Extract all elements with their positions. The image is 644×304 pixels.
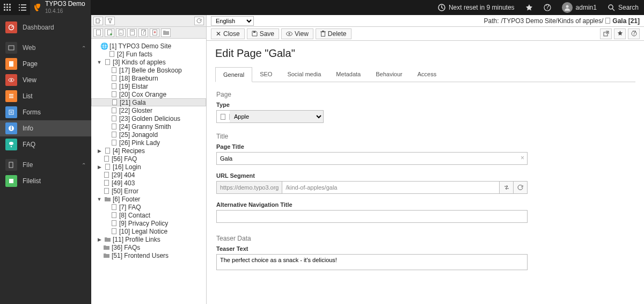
star-icon (617, 31, 623, 37)
tab-social[interactable]: Social media (280, 67, 328, 82)
tree-node[interactable]: [7] FAQ (91, 203, 206, 211)
tree-node[interactable]: [22] Gloster (91, 106, 206, 114)
section-page: Page (216, 91, 634, 98)
expand-icon[interactable]: ▶ (97, 164, 102, 170)
context-help-button[interactable]: ? (628, 28, 640, 39)
url-toggle-button[interactable] (500, 181, 514, 194)
tree-node[interactable]: [9] Privacy Policy (91, 219, 206, 227)
module-view[interactable]: View (0, 72, 91, 88)
tree-node[interactable]: [24] Granny Smith (91, 122, 206, 131)
module-info[interactable]: i Info (0, 120, 91, 136)
web-icon (5, 42, 17, 54)
page-icon (110, 131, 118, 139)
module-forms[interactable]: Forms (0, 104, 91, 120)
tree-node[interactable]: ▼[3] Kinds of apples (91, 58, 206, 66)
tree-node[interactable]: [25] Jonagold (91, 131, 206, 139)
tree-node[interactable]: [19] Elstar (91, 82, 206, 90)
bookmark-button[interactable] (520, 0, 538, 15)
help-button[interactable]: ? (538, 0, 557, 15)
svg-text:+: + (100, 18, 101, 24)
close-button[interactable]: ✕Close (211, 28, 245, 39)
svg-rect-10 (21, 4, 26, 5)
tree-node[interactable]: [51] Frontend Users (91, 251, 206, 259)
collapse-icon[interactable]: ▼ (97, 197, 102, 202)
pagetype-icon[interactable] (105, 28, 114, 37)
module-faq[interactable]: FAQ (0, 136, 91, 153)
pagetype-icon[interactable] (93, 28, 103, 37)
tree-node[interactable]: [49] 403 (91, 179, 206, 187)
view-button[interactable]: View (281, 28, 313, 39)
pagetype-icon[interactable] (127, 28, 137, 37)
url-segment-input[interactable] (282, 181, 500, 194)
tree-node[interactable]: [20] Cox Orange (91, 90, 206, 98)
page-icon (110, 75, 118, 82)
svg-rect-7 (6, 9, 8, 11)
svg-rect-44 (119, 30, 123, 35)
expand-icon[interactable]: ▶ (97, 237, 102, 242)
module-filelist[interactable]: Filelist (0, 173, 91, 189)
search-button[interactable]: Search (602, 0, 644, 15)
module-dashboard[interactable]: Dashboard (0, 19, 91, 35)
reset-timer[interactable]: Next reset in 9 minutes (433, 0, 520, 15)
pagetitle-input[interactable] (216, 152, 528, 165)
url-recalc-button[interactable] (514, 181, 528, 194)
tabs: General SEO Social media Metadata Behavi… (215, 67, 635, 82)
tree-node[interactable]: [29] 404 (91, 171, 206, 179)
tree-node[interactable]: ▶[16] Login (91, 163, 206, 171)
svg-rect-30 (9, 110, 13, 114)
tree-node[interactable]: [56] FAQ (91, 155, 206, 163)
app-grid-icon[interactable] (0, 0, 15, 15)
tree-node[interactable]: [2] Fun facts (91, 50, 206, 58)
logo-box[interactable]: TYPO3 Demo 10.4.16 (30, 0, 91, 15)
tree-node[interactable]: 🌐[1] TYPO3 Demo Site (91, 42, 206, 50)
tree-node[interactable]: ▶[11] Profile Links (91, 235, 206, 243)
pagetype-icon[interactable] (150, 28, 159, 37)
tab-behaviour[interactable]: Behaviour (368, 67, 410, 82)
user-menu[interactable]: admin1 (557, 0, 602, 15)
open-external-button[interactable] (600, 28, 612, 39)
delete-button[interactable]: Delete (316, 28, 352, 39)
svg-rect-13 (19, 10, 20, 11)
module-page[interactable]: Page (0, 56, 91, 72)
tree-node[interactable]: [26] Pink Lady (91, 139, 206, 147)
module-list[interactable]: List (0, 88, 91, 104)
tab-access[interactable]: Access (410, 67, 444, 82)
save-button[interactable]: Save (247, 28, 279, 39)
dashboard-icon (5, 21, 17, 33)
tree-node[interactable]: [50] Error (91, 187, 206, 195)
forms-icon (5, 106, 17, 118)
pagetype-icon[interactable]: ? (138, 28, 148, 37)
expand-icon[interactable]: ▶ (97, 148, 102, 154)
tree-node-selected[interactable]: [21] Gala (91, 98, 206, 106)
page-icon (110, 139, 118, 147)
pagetype-icon[interactable] (116, 28, 126, 37)
tab-metadata[interactable]: Metadata (328, 67, 368, 82)
tree-refresh-icon[interactable] (194, 17, 204, 25)
module-file[interactable]: File ⌃ (0, 157, 91, 173)
tree-node[interactable]: [36] FAQs (91, 243, 206, 251)
tree-node[interactable]: [17] Belle de Boskoop (91, 66, 206, 74)
tree-node[interactable]: [18] Braeburn (91, 74, 206, 82)
svg-rect-11 (19, 7, 20, 8)
pagetype-folder-icon[interactable] (161, 28, 171, 37)
svg-rect-77 (321, 32, 325, 37)
tree-node[interactable]: [8] Contact (91, 211, 206, 219)
bookmark-page-button[interactable] (614, 28, 626, 39)
tree-node[interactable]: ▶[4] Recipes (91, 147, 206, 155)
language-select[interactable]: English (211, 16, 254, 26)
altnav-input[interactable] (216, 210, 528, 223)
list-icon[interactable] (15, 0, 30, 15)
collapse-icon[interactable]: ▼ (97, 60, 102, 65)
tree-node[interactable]: ▼[6] Footer (91, 195, 206, 203)
tree-node[interactable]: [23] Golden Delicious (91, 114, 206, 122)
module-web[interactable]: Web ⌃ (0, 40, 91, 56)
type-select[interactable]: Apple (230, 111, 323, 122)
tab-general[interactable]: General (215, 67, 252, 82)
tree-new-icon[interactable]: + (93, 17, 103, 25)
clear-icon[interactable]: × (521, 154, 524, 162)
tree-node[interactable]: [10] Legal Notice (91, 227, 206, 235)
tree-filter-icon[interactable] (105, 17, 115, 25)
svg-rect-37 (9, 162, 13, 168)
tab-seo[interactable]: SEO (252, 67, 280, 82)
teaser-textarea[interactable]: The perfect choice as a snack - it's del… (216, 254, 528, 270)
